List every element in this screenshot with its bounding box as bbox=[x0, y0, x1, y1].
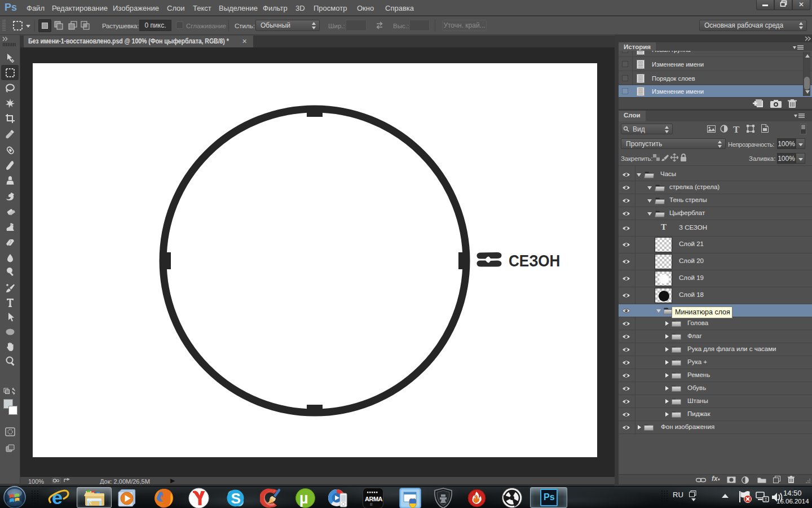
svg-text:ARMA: ARMA bbox=[365, 496, 383, 502]
svg-text:II: II bbox=[370, 502, 372, 507]
svg-text:S: S bbox=[231, 490, 241, 507]
svg-text:µ: µ bbox=[299, 490, 308, 507]
